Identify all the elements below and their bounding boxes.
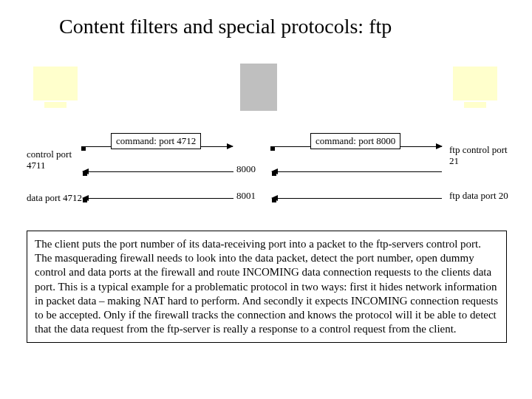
arrow-server-to-firewall-ctrl — [272, 171, 442, 172]
description-text: The client puts the port number of its d… — [27, 231, 507, 343]
client-control-port-label: control port 4711 — [27, 149, 82, 171]
firewall-ctrl-port-label: 8000 — [236, 164, 256, 175]
client-data-port-label: data port 4712 — [27, 193, 82, 204]
client-node-icon — [30, 66, 81, 126]
server-control-port-label: ftp control port 21 — [449, 145, 508, 167]
firewall-node-icon — [233, 64, 284, 123]
server-node-icon — [449, 66, 501, 126]
arrow-firewall-to-client-data — [83, 198, 233, 199]
arrow-server-to-firewall-data — [272, 198, 442, 199]
cmd-port-right-label: command: port 8000 — [310, 133, 400, 149]
firewall-data-port-label: 8001 — [236, 191, 256, 202]
server-data-port-label: ftp data port 20 — [449, 191, 516, 202]
arrow-firewall-to-client-ctrl — [83, 171, 233, 172]
page-title: Content filters and special protocols: f… — [59, 15, 392, 38]
cmd-port-left-label: command: port 4712 — [111, 133, 201, 149]
